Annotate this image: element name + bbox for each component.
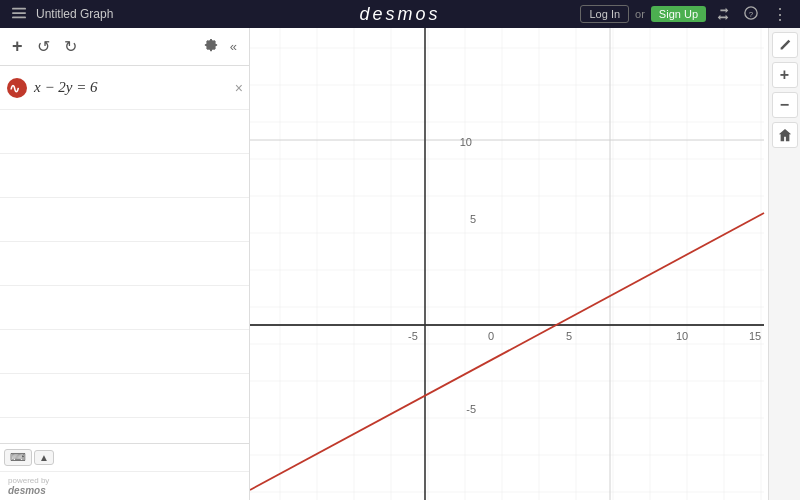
settings-icon[interactable]	[200, 36, 222, 58]
svg-rect-1	[12, 12, 26, 14]
empty-expression-row-4[interactable]	[0, 242, 249, 286]
svg-text:5: 5	[566, 330, 572, 342]
undo-button[interactable]: ↺	[33, 35, 54, 58]
main-layout: + ↺ ↻ « ∿	[0, 28, 800, 500]
expression-formula[interactable]: x − 2y = 6	[34, 79, 243, 96]
empty-expression-row-2[interactable]	[0, 154, 249, 198]
expression-list: ∿ x − 2y = 6 ×	[0, 66, 249, 443]
toolbar-right: «	[200, 36, 241, 58]
home-button[interactable]	[772, 122, 798, 148]
svg-rect-0	[12, 7, 26, 9]
svg-text:10: 10	[460, 136, 472, 148]
expression-toolbar: + ↺ ↻ «	[0, 28, 249, 66]
svg-text:-5: -5	[408, 330, 418, 342]
empty-expression-row[interactable]	[0, 110, 249, 154]
empty-expression-row-7[interactable]	[0, 374, 249, 418]
header: Untitled Graph desmos Log In or Sign Up …	[0, 0, 800, 28]
login-button[interactable]: Log In	[580, 5, 629, 23]
empty-expression-row-6[interactable]	[0, 330, 249, 374]
add-expression-button[interactable]: +	[8, 34, 27, 59]
share-icon[interactable]	[712, 4, 734, 25]
keyboard-icon: ⌨	[10, 451, 26, 463]
expression-row: ∿ x − 2y = 6 ×	[0, 66, 249, 110]
zoom-out-button[interactable]: −	[772, 92, 798, 118]
header-left: Untitled Graph	[8, 4, 113, 25]
graph-area[interactable]: -5 0 5 10 15 10 5 -5	[250, 28, 768, 500]
header-right: Log In or Sign Up ? ⋮	[580, 3, 792, 26]
svg-text:5: 5	[470, 213, 476, 225]
header-logo: desmos	[359, 4, 440, 25]
keyboard-button[interactable]: ⌨	[4, 449, 32, 466]
powered-by: powered by desmos	[0, 471, 249, 500]
bottom-bar: ⌨ ▲	[0, 443, 249, 471]
left-panel: + ↺ ↻ « ∿	[0, 28, 250, 500]
svg-text:10: 10	[676, 330, 688, 342]
empty-expression-row-3[interactable]	[0, 198, 249, 242]
empty-expression-row-5[interactable]	[0, 286, 249, 330]
collapse-icon[interactable]: «	[226, 37, 241, 56]
window-title: Untitled Graph	[36, 7, 113, 21]
toolbar-left: + ↺ ↻	[8, 34, 81, 59]
right-toolbar: + −	[768, 28, 800, 500]
edit-graph-button[interactable]	[772, 32, 798, 58]
menu-icon[interactable]	[8, 4, 30, 25]
expression-close-button[interactable]: ×	[235, 80, 243, 96]
svg-rect-2	[12, 16, 26, 18]
signup-button[interactable]: Sign Up	[651, 6, 706, 22]
svg-text:∿: ∿	[9, 81, 20, 96]
more-icon[interactable]: ⋮	[768, 3, 792, 26]
svg-text:-5: -5	[466, 403, 476, 415]
graph-svg: -5 0 5 10 15 10 5 -5	[250, 28, 768, 500]
zoom-in-button[interactable]: +	[772, 62, 798, 88]
svg-text:?: ?	[749, 9, 754, 18]
svg-rect-7	[250, 28, 768, 500]
collapse-arrow-button[interactable]: ▲	[34, 450, 54, 465]
redo-button[interactable]: ↻	[60, 35, 81, 58]
svg-text:15: 15	[749, 330, 761, 342]
svg-text:0: 0	[488, 330, 494, 342]
help-icon[interactable]: ?	[740, 4, 762, 25]
expression-color-icon[interactable]: ∿	[6, 77, 28, 99]
